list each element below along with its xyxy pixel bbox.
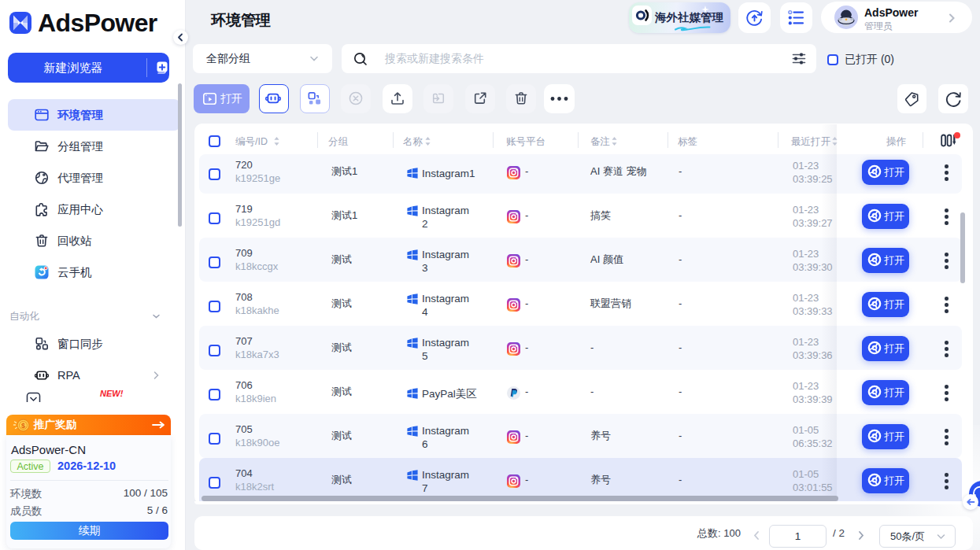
svg-text:$: $ [21,422,25,430]
